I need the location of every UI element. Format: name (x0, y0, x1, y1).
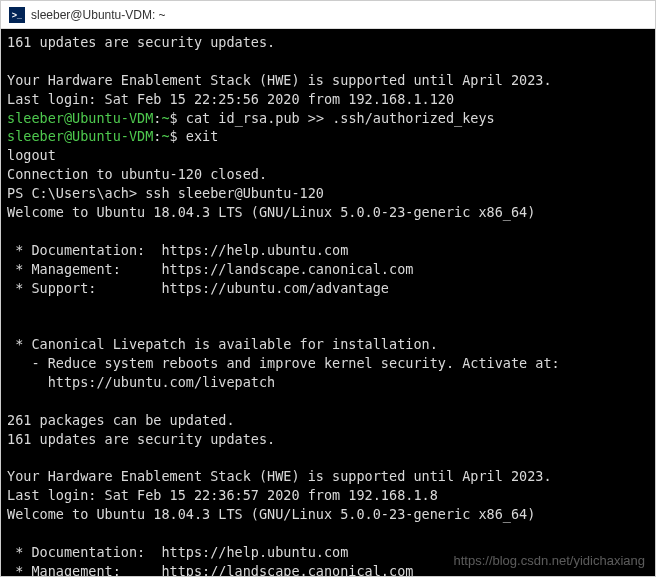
term-line: Last login: Sat Feb 15 22:36:57 2020 fro… (7, 487, 438, 503)
term-line: * Documentation: https://help.ubuntu.com (7, 544, 348, 560)
powershell-icon: >_ (9, 7, 25, 23)
term-line: * Management: https://landscape.canonica… (7, 261, 413, 277)
term-line: Your Hardware Enablement Stack (HWE) is … (7, 72, 552, 88)
prompt-path: ~ (161, 110, 169, 126)
term-line: - Reduce system reboots and improve kern… (7, 355, 560, 371)
window-titlebar[interactable]: >_ sleeber@Ubuntu-VDM: ~ (1, 1, 655, 29)
term-line: https://ubuntu.com/livepatch (7, 374, 275, 390)
term-line: Connection to ubuntu-120 closed. (7, 166, 267, 182)
command-text: cat id_rsa.pub >> .ssh/authorized_keys (186, 110, 495, 126)
term-line: 261 packages can be updated. (7, 412, 235, 428)
term-line: 161 updates are security updates. (7, 34, 275, 50)
term-line: * Support: https://ubuntu.com/advantage (7, 280, 389, 296)
term-line: Welcome to Ubuntu 18.04.3 LTS (GNU/Linux… (7, 506, 535, 522)
term-line: * Documentation: https://help.ubuntu.com (7, 242, 348, 258)
prompt-dollar: $ (170, 128, 186, 144)
command-text: ssh sleeber@Ubuntu-120 (145, 185, 324, 201)
term-line: Last login: Sat Feb 15 22:25:56 2020 fro… (7, 91, 454, 107)
term-line: * Canonical Livepatch is available for i… (7, 336, 438, 352)
ps-prompt: PS C:\Users\ach> (7, 185, 145, 201)
window-title: sleeber@Ubuntu-VDM: ~ (31, 8, 166, 22)
terminal-body[interactable]: 161 updates are security updates. Your H… (1, 29, 655, 576)
term-line: * Management: https://landscape.canonica… (7, 563, 413, 576)
command-text: exit (186, 128, 219, 144)
watermark-text: https://blog.csdn.net/yidichaxiang (453, 552, 645, 570)
term-line: 161 updates are security updates. (7, 431, 275, 447)
prompt-dollar: $ (170, 110, 186, 126)
prompt-user: sleeber@Ubuntu-VDM (7, 110, 153, 126)
prompt-path: ~ (161, 128, 169, 144)
prompt-user: sleeber@Ubuntu-VDM (7, 128, 153, 144)
terminal-window: >_ sleeber@Ubuntu-VDM: ~ 161 updates are… (0, 0, 656, 577)
term-line: Your Hardware Enablement Stack (HWE) is … (7, 468, 552, 484)
term-line: Welcome to Ubuntu 18.04.3 LTS (GNU/Linux… (7, 204, 535, 220)
term-line: logout (7, 147, 56, 163)
